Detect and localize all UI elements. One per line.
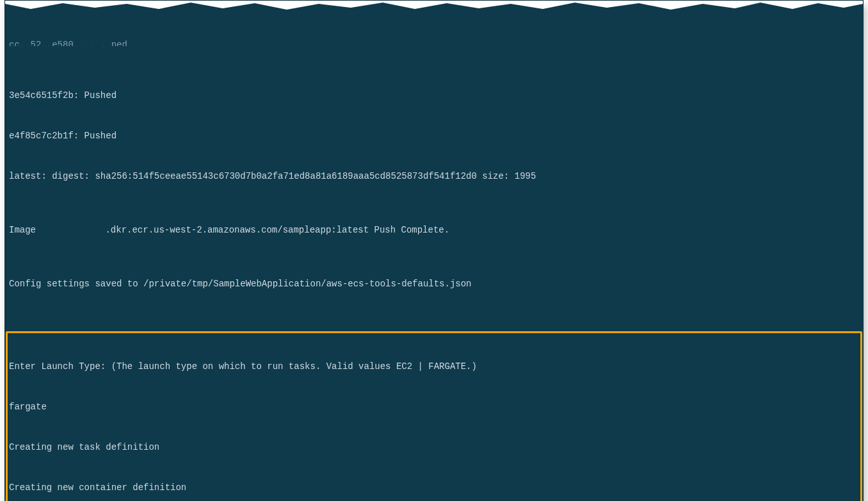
output-line: e4f85c7c2b1f: Pushed — [9, 129, 859, 143]
output-line: Creating new task definition — [9, 441, 859, 454]
vertical-scrollbar[interactable] — [854, 1, 862, 501]
highlight-box-launch-type: Enter Launch Type: (The launch type on w… — [6, 331, 862, 501]
output-line: 3e54c6515f2b: Pushed — [9, 89, 859, 103]
output-line: Config settings saved to /private/tmp/Sa… — [9, 277, 859, 291]
output-line: latest: digest: sha256:514f5ceeae55143c6… — [9, 170, 859, 183]
terminal-output[interactable]: cc..52..e580.. . ..ned 3e54c6515f2b: Pus… — [5, 1, 863, 501]
output-line: Enter Launch Type: (The launch type on w… — [9, 360, 859, 374]
terminal-window: cc..52..e580.. . ..ned 3e54c6515f2b: Pus… — [4, 0, 864, 501]
partial-top-line: cc..52..e580.. . ..ned — [9, 38, 859, 46]
redacted-account-id — [41, 226, 105, 234]
output-line-image: Image .dkr.ecr.us-west-2.amazonaws.com/s… — [9, 224, 859, 237]
output-line: fargate — [9, 400, 859, 414]
output-line: Creating new container definition — [9, 481, 859, 495]
